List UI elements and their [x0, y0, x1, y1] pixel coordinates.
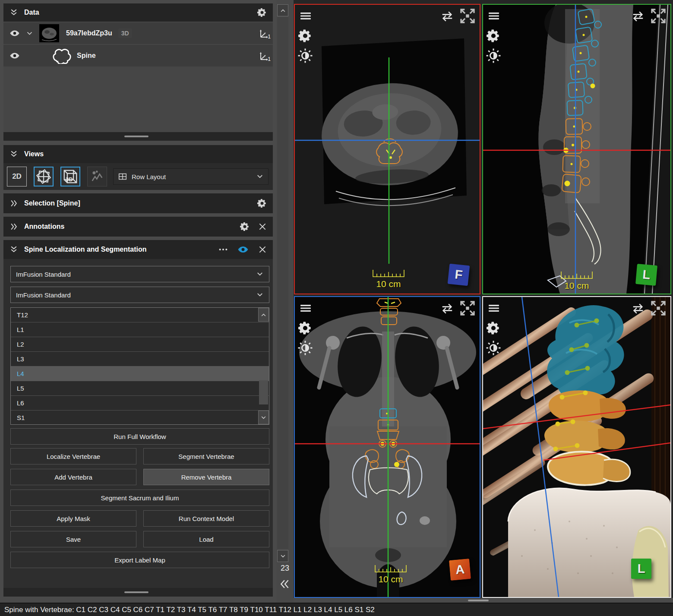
- swap-view-button[interactable]: [439, 302, 455, 315]
- view-menu-button[interactable]: [300, 303, 311, 313]
- brightness-contrast-button[interactable]: [486, 340, 501, 356]
- viewport-axial[interactable]: 10 cm F: [294, 4, 480, 294]
- selection-settings-gear-icon[interactable]: [257, 199, 267, 208]
- collapse-sidebar-icon[interactable]: [279, 578, 291, 590]
- apply-mask-button[interactable]: Apply Mask: [10, 510, 136, 527]
- brightness-contrast-button[interactable]: [297, 48, 313, 63]
- data-item-label: Spine: [77, 52, 96, 60]
- panel-resize-handle[interactable]: [3, 132, 273, 141]
- volume-thumbnail: [39, 24, 59, 42]
- brightness-contrast-button[interactable]: [297, 340, 313, 356]
- view-menu-button[interactable]: [488, 11, 499, 21]
- vertebra-option-l6[interactable]: L6: [11, 395, 269, 410]
- close-panel-icon[interactable]: [258, 245, 267, 254]
- view-mode-mpr-button[interactable]: [34, 167, 54, 186]
- view-mode-2d-button[interactable]: 2D: [7, 167, 27, 186]
- swap-view-button[interactable]: [439, 10, 455, 23]
- add-vertebra-button[interactable]: Add Vertebra: [10, 469, 136, 485]
- segment-sacrum-and-ilium-button[interactable]: Segment Sacrum and Ilium: [10, 490, 269, 506]
- data-item-spine[interactable]: Spine 1: [3, 45, 273, 66]
- viewport-resize-strip[interactable]: [294, 598, 673, 603]
- scroll-up-button[interactable]: [258, 308, 269, 322]
- vertebra-option-t12[interactable]: T12: [11, 308, 269, 322]
- vertebra-option-l2[interactable]: L2: [11, 337, 269, 351]
- vertebra-list[interactable]: T12L1L2L3L4L5L6S1: [10, 307, 269, 425]
- expand-item-chevron-icon[interactable]: [26, 30, 33, 37]
- more-options-icon[interactable]: [218, 245, 228, 254]
- export-label-map-button[interactable]: Export Label Map: [10, 552, 269, 568]
- swap-view-button[interactable]: [630, 10, 646, 23]
- save-button[interactable]: Save: [10, 531, 136, 547]
- selection-panel-header[interactable]: Selection [Spine]: [3, 193, 273, 213]
- segment-vertebrae-button[interactable]: Segment Vertebrae: [143, 448, 269, 464]
- pose-axis-icon[interactable]: 1: [258, 28, 269, 38]
- scroll-down-button[interactable]: [258, 411, 269, 424]
- spine-localization-panel: Spine Localization and Segmentation ImFu…: [3, 240, 273, 597]
- annotations-panel-header[interactable]: Annotations: [3, 217, 273, 237]
- views-panel-header[interactable]: Views: [3, 145, 273, 163]
- view-settings-gear-button[interactable]: [487, 321, 500, 335]
- localization-model-select[interactable]: ImFusion Standard: [10, 266, 269, 282]
- fullscreen-button[interactable]: [650, 7, 667, 25]
- visibility-eye-icon[interactable]: [9, 51, 20, 61]
- run-context-model-button[interactable]: Run Context Model: [143, 510, 269, 527]
- view-settings-gear-button[interactable]: [298, 321, 312, 335]
- imfusion-app-window: Data 59a7IebdZp3u 3D 1 Spine 1: [0, 0, 673, 616]
- viewport-3d[interactable]: L: [482, 296, 671, 598]
- view-menu-button[interactable]: [300, 11, 311, 21]
- scroll-down-button[interactable]: [277, 550, 288, 562]
- panel-resize-handle[interactable]: [3, 588, 273, 597]
- vertebra-option-l5[interactable]: L5: [11, 381, 269, 395]
- scroll-up-button[interactable]: [277, 4, 288, 16]
- fullscreen-button[interactable]: [459, 7, 476, 25]
- collapse-panel-icon[interactable]: [9, 8, 18, 17]
- run-full-workflow-button[interactable]: Run Full Workflow: [10, 428, 269, 445]
- vertebra-option-s1[interactable]: S1: [11, 410, 269, 425]
- selection-panel: Selection [Spine]: [3, 193, 273, 213]
- data-panel-header[interactable]: Data: [3, 3, 273, 22]
- views-panel: Views 2D 3D Row Layout: [3, 145, 273, 190]
- collapse-panel-icon[interactable]: [9, 150, 18, 158]
- viewport-coronal[interactable]: 10 cm A: [294, 296, 480, 598]
- spine-panel-header[interactable]: Spine Localization and Segmentation: [3, 240, 273, 259]
- vertebra-option-l3[interactable]: L3: [11, 351, 269, 366]
- scale-ruler: 10 cm: [560, 271, 593, 291]
- remove-vertebra-button[interactable]: Remove Vertebra: [143, 469, 269, 485]
- view-mode-3d-button[interactable]: 3D: [60, 167, 80, 186]
- data-panel: Data 59a7IebdZp3u 3D 1 Spine 1: [3, 3, 273, 141]
- view-settings-gear-button[interactable]: [487, 29, 500, 43]
- orientation-badge-front: F: [448, 264, 470, 286]
- toggle-visibility-eye-icon[interactable]: [237, 244, 249, 255]
- vertebra-option-l1[interactable]: L1: [11, 322, 269, 337]
- vertebra-option-l4[interactable]: L4: [11, 366, 269, 381]
- pose-axis-icon[interactable]: 1: [258, 51, 269, 61]
- visibility-eye-icon[interactable]: [9, 28, 20, 38]
- fullscreen-button[interactable]: [459, 300, 476, 317]
- vertebra-list-scrollbar[interactable]: [258, 308, 269, 424]
- expand-panel-icon[interactable]: [9, 222, 18, 231]
- close-panel-icon[interactable]: [258, 222, 267, 231]
- sagittal-ct-image[interactable]: [483, 5, 670, 294]
- load-button[interactable]: Load: [143, 531, 269, 547]
- viewport-sagittal[interactable]: 10 cm L: [482, 4, 671, 294]
- data-settings-gear-icon[interactable]: [257, 8, 267, 17]
- data-item-volume[interactable]: 59a7IebdZp3u 3D 1: [3, 22, 273, 44]
- brightness-contrast-button[interactable]: [486, 48, 501, 63]
- view-mode-plot-button[interactable]: [87, 167, 107, 186]
- view-settings-gear-button[interactable]: [298, 29, 312, 43]
- layout-select[interactable]: Row Layout: [113, 168, 269, 185]
- expand-panel-icon[interactable]: [9, 199, 18, 208]
- scale-ruler: 10 cm: [374, 564, 407, 584]
- scrollbar-track[interactable]: [277, 17, 288, 549]
- axial-ct-image[interactable]: [295, 5, 480, 294]
- localize-vertebrae-button[interactable]: Localize Vertebrae: [10, 448, 136, 464]
- annotations-settings-gear-icon[interactable]: [240, 222, 250, 231]
- collapse-panel-icon[interactable]: [9, 245, 18, 254]
- view-menu-button[interactable]: [488, 303, 499, 313]
- volume-rendering[interactable]: [483, 297, 670, 597]
- scrollbar-thumb[interactable]: [259, 380, 268, 404]
- segmentation-model-select[interactable]: ImFusion Standard: [10, 287, 269, 303]
- swap-view-button[interactable]: [630, 302, 646, 315]
- coronal-ct-image[interactable]: [295, 297, 480, 597]
- fullscreen-button[interactable]: [650, 300, 667, 317]
